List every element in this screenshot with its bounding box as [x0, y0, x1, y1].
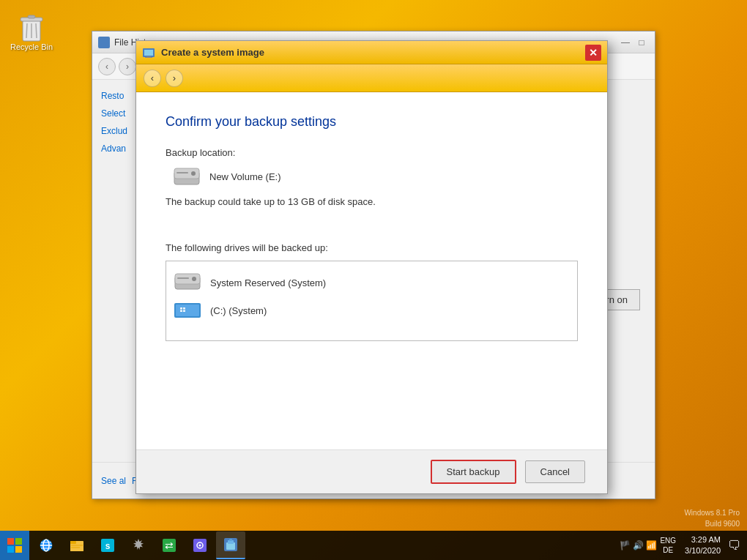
svg-rect-26	[15, 546, 22, 553]
svg-rect-17	[177, 277, 189, 279]
dialog-footer: Start backup Cancel	[136, 449, 607, 493]
start-backup-button[interactable]: Start backup	[431, 460, 516, 484]
svg-rect-23	[7, 538, 14, 545]
dialog-title-icon	[142, 46, 155, 59]
svg-point-44	[199, 545, 201, 547]
volume-icon[interactable]: 🔊	[633, 540, 644, 550]
taskbar-system-area: 🏴 🔊 📶 ENG DE 3:29 AM 3/10/2020 🗨	[620, 534, 747, 557]
bg-window-app-icon	[98, 37, 110, 48]
taskbar-file-explorer[interactable]	[62, 531, 92, 559]
svg-rect-7	[144, 50, 153, 56]
backup-location-name: New Volume (E:)	[209, 171, 281, 182]
svg-rect-36	[71, 547, 80, 548]
drive-name-c: (C:) (System)	[210, 305, 267, 316]
bg-minimize-button[interactable]: —	[618, 36, 633, 49]
flag-icon: 🏴	[620, 540, 631, 550]
start-icon	[7, 537, 23, 553]
dialog-forward-button[interactable]: ›	[166, 70, 183, 87]
dialog-close-button[interactable]: ✕	[585, 45, 601, 61]
bg-back-button[interactable]: ‹	[98, 58, 116, 75]
svg-rect-24	[15, 538, 22, 545]
transfer-icon: ⇄	[161, 537, 177, 553]
taskbar-apps: s ⇄	[29, 531, 620, 559]
taskbar-store[interactable]: s	[93, 531, 122, 559]
svg-point-16	[192, 277, 196, 281]
svg-rect-25	[7, 546, 14, 553]
recycle-bin-svg	[17, 10, 46, 42]
drives-list: System Reserved (System) (C:) (System)	[166, 261, 578, 341]
start-button[interactable]	[0, 531, 29, 560]
taskbar-clock[interactable]: 3:29 AM 3/10/2020	[685, 534, 721, 557]
svg-rect-48	[229, 539, 232, 541]
bg-forward-button[interactable]: ›	[119, 58, 136, 75]
dialog-content: Confirm your backup settings Backup loca…	[136, 92, 607, 363]
recycle-bin-icon[interactable]: Recycle Bin	[7, 7, 56, 54]
backup-location-label: Backup location:	[166, 147, 578, 158]
dialog-window: Create a system image ✕ ‹ › Confirm your…	[135, 40, 608, 494]
svg-line-3	[26, 23, 27, 38]
dialog-titlebar: Create a system image ✕	[136, 41, 607, 64]
dialog-title-text: Create a system image	[161, 47, 579, 58]
drive-row-system-reserved: System Reserved (System)	[174, 269, 570, 296]
cancel-button[interactable]: Cancel	[525, 460, 585, 483]
drive-row-c: (C:) (System)	[174, 296, 570, 324]
drive-icon-c	[174, 300, 201, 321]
windows-version: Windows 8.1 Pro	[684, 507, 740, 518]
svg-rect-35	[71, 545, 83, 546]
taskbar-language[interactable]: ENG DE	[660, 536, 676, 555]
bg-maximize-button[interactable]: □	[634, 36, 649, 49]
drive-icon-system-reserved	[174, 272, 201, 293]
svg-text:⇄: ⇄	[165, 540, 174, 551]
network-icon	[192, 537, 208, 553]
taskbar-settings[interactable]	[124, 531, 153, 559]
taskbar-ie[interactable]	[31, 531, 61, 559]
svg-rect-2	[28, 15, 35, 18]
backup-location-row: New Volume (E:)	[166, 165, 578, 187]
svg-point-12	[191, 171, 196, 176]
taskbar-time: 3:29 AM	[685, 534, 721, 545]
dialog-heading: Confirm your backup settings	[166, 114, 578, 130]
svg-text:s: s	[105, 541, 111, 551]
taskbar-transfer[interactable]: ⇄	[155, 531, 184, 559]
store-icon: s	[100, 537, 116, 553]
taskbar-date: 3/10/2020	[685, 545, 721, 556]
taskbar-backup[interactable]	[216, 531, 245, 559]
file-explorer-icon	[69, 537, 85, 553]
network-status-icon[interactable]: 📶	[646, 540, 657, 550]
windows-info: Windows 8.1 Pro Build 9600	[684, 507, 740, 529]
svg-line-5	[36, 23, 37, 38]
notification-icon[interactable]: 🗨	[728, 538, 741, 553]
settings-icon	[130, 537, 146, 553]
bg-window-controls: — □	[618, 36, 649, 49]
taskbar-lang-code: ENG DE	[660, 536, 676, 555]
backup-icon	[223, 537, 239, 553]
ie-icon	[38, 537, 54, 553]
desktop: Recycle Bin File History — □ ‹ › Resto S…	[0, 0, 747, 560]
svg-rect-34	[70, 541, 76, 544]
backup-size-text: The backup could take up to 13 GB of dis…	[166, 196, 578, 207]
recycle-bin-label: Recycle Bin	[10, 42, 53, 51]
taskbar: s ⇄	[0, 531, 747, 560]
backup-hdd-icon	[173, 165, 201, 187]
taskbar-network[interactable]	[185, 531, 215, 559]
windows-build: Build 9600	[684, 518, 740, 529]
svg-rect-19	[176, 305, 199, 316]
drive-name-system-reserved: System Reserved (System)	[210, 277, 326, 288]
taskbar-sys-icons: 🏴 🔊 📶	[620, 540, 657, 550]
footer-link-see-all[interactable]: See al	[101, 476, 126, 486]
dialog-nav: ‹ ›	[136, 64, 607, 92]
drives-section-label: The following drives will be backed up:	[166, 242, 578, 253]
svg-rect-13	[176, 172, 188, 173]
svg-rect-9	[145, 57, 152, 58]
dialog-back-button[interactable]: ‹	[144, 70, 161, 87]
